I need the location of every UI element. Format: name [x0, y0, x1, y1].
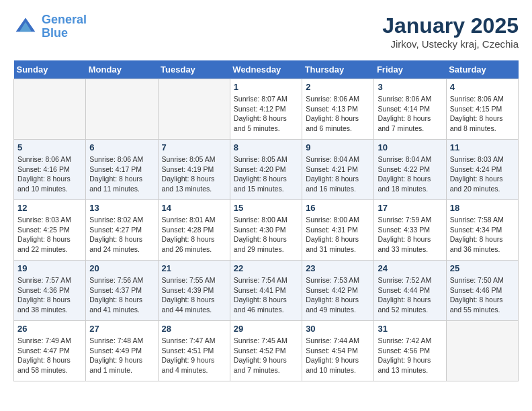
day-info: Sunrise: 7:42 AM Sunset: 4:56 PM Dayligh… — [378, 336, 442, 375]
calendar-cell: 18Sunrise: 7:58 AM Sunset: 4:34 PM Dayli… — [446, 200, 518, 261]
calendar-cell: 30Sunrise: 7:44 AM Sunset: 4:54 PM Dayli… — [302, 321, 374, 381]
day-number: 4 — [450, 82, 515, 92]
day-info: Sunrise: 8:03 AM Sunset: 4:24 PM Dayligh… — [450, 154, 515, 194]
day-number: 6 — [89, 142, 154, 152]
day-info: Sunrise: 7:56 AM Sunset: 4:37 PM Dayligh… — [89, 275, 154, 315]
day-number: 31 — [378, 324, 442, 334]
calendar-cell: 2Sunrise: 8:06 AM Sunset: 4:13 PM Daylig… — [302, 79, 374, 140]
week-row-1: 1Sunrise: 8:07 AM Sunset: 4:12 PM Daylig… — [14, 79, 519, 140]
logo-text: General Blue — [42, 13, 87, 40]
day-number: 3 — [378, 82, 442, 92]
day-number: 19 — [17, 263, 82, 273]
weekday-thursday: Thursday — [302, 60, 374, 79]
day-number: 8 — [234, 142, 298, 152]
day-info: Sunrise: 7:48 AM Sunset: 4:49 PM Dayligh… — [89, 336, 154, 375]
day-number: 13 — [89, 203, 154, 213]
day-info: Sunrise: 7:49 AM Sunset: 4:47 PM Dayligh… — [17, 336, 82, 375]
day-info: Sunrise: 8:00 AM Sunset: 4:31 PM Dayligh… — [306, 215, 370, 255]
day-number: 5 — [17, 142, 82, 152]
calendar-cell: 12Sunrise: 8:03 AM Sunset: 4:25 PM Dayli… — [14, 200, 86, 261]
day-number: 17 — [378, 203, 442, 213]
calendar-cell: 3Sunrise: 8:06 AM Sunset: 4:14 PM Daylig… — [374, 79, 446, 140]
weekday-wednesday: Wednesday — [230, 60, 302, 79]
page-header: General Blue January 2025 Jirkov, Usteck… — [13, 13, 519, 50]
day-info: Sunrise: 8:06 AM Sunset: 4:13 PM Dayligh… — [306, 94, 370, 134]
calendar-cell: 8Sunrise: 8:05 AM Sunset: 4:20 PM Daylig… — [230, 140, 302, 200]
weekday-sunday: Sunday — [14, 60, 86, 79]
calendar-cell: 5Sunrise: 8:06 AM Sunset: 4:16 PM Daylig… — [14, 140, 86, 200]
title-block: January 2025 Jirkov, Ustecky kraj, Czech… — [382, 13, 519, 50]
day-number: 27 — [89, 324, 154, 334]
calendar-cell — [158, 79, 230, 140]
week-row-4: 19Sunrise: 7:57 AM Sunset: 4:36 PM Dayli… — [14, 261, 519, 321]
weekday-monday: Monday — [86, 60, 158, 79]
week-row-5: 26Sunrise: 7:49 AM Sunset: 4:47 PM Dayli… — [14, 321, 519, 381]
day-info: Sunrise: 7:59 AM Sunset: 4:33 PM Dayligh… — [378, 215, 442, 255]
day-info: Sunrise: 8:06 AM Sunset: 4:16 PM Dayligh… — [17, 154, 82, 194]
day-info: Sunrise: 7:58 AM Sunset: 4:34 PM Dayligh… — [450, 215, 515, 255]
logo-icon — [13, 15, 38, 39]
calendar-cell: 11Sunrise: 8:03 AM Sunset: 4:24 PM Dayli… — [446, 140, 518, 200]
calendar-cell: 9Sunrise: 8:04 AM Sunset: 4:21 PM Daylig… — [302, 140, 374, 200]
day-info: Sunrise: 7:47 AM Sunset: 4:51 PM Dayligh… — [162, 336, 226, 375]
day-info: Sunrise: 8:04 AM Sunset: 4:22 PM Dayligh… — [378, 154, 442, 194]
calendar-cell: 22Sunrise: 7:54 AM Sunset: 4:41 PM Dayli… — [230, 261, 302, 321]
day-number: 23 — [306, 263, 370, 273]
calendar-cell: 6Sunrise: 8:06 AM Sunset: 4:17 PM Daylig… — [86, 140, 158, 200]
day-info: Sunrise: 8:06 AM Sunset: 4:14 PM Dayligh… — [378, 94, 442, 134]
day-number: 2 — [306, 82, 370, 92]
calendar-cell — [446, 321, 518, 381]
month-title: January 2025 — [382, 13, 519, 38]
calendar-cell: 24Sunrise: 7:52 AM Sunset: 4:44 PM Dayli… — [374, 261, 446, 321]
logo-line1: General — [42, 13, 87, 26]
calendar-cell: 28Sunrise: 7:47 AM Sunset: 4:51 PM Dayli… — [158, 321, 230, 381]
weekday-tuesday: Tuesday — [158, 60, 230, 79]
day-number: 15 — [234, 203, 298, 213]
day-number: 28 — [162, 324, 226, 334]
day-number: 14 — [162, 203, 226, 213]
day-info: Sunrise: 8:05 AM Sunset: 4:19 PM Dayligh… — [162, 154, 226, 194]
weekday-header-row: SundayMondayTuesdayWednesdayThursdayFrid… — [14, 60, 519, 79]
calendar-cell: 16Sunrise: 8:00 AM Sunset: 4:31 PM Dayli… — [302, 200, 374, 261]
day-number: 11 — [450, 142, 515, 152]
calendar-cell: 20Sunrise: 7:56 AM Sunset: 4:37 PM Dayli… — [86, 261, 158, 321]
calendar-cell: 17Sunrise: 7:59 AM Sunset: 4:33 PM Dayli… — [374, 200, 446, 261]
day-number: 16 — [306, 203, 370, 213]
day-info: Sunrise: 8:00 AM Sunset: 4:30 PM Dayligh… — [234, 215, 298, 255]
day-info: Sunrise: 7:44 AM Sunset: 4:54 PM Dayligh… — [306, 336, 370, 375]
calendar-header: SundayMondayTuesdayWednesdayThursdayFrid… — [14, 60, 519, 79]
calendar-cell: 27Sunrise: 7:48 AM Sunset: 4:49 PM Dayli… — [86, 321, 158, 381]
day-number: 30 — [306, 324, 370, 334]
day-number: 26 — [17, 324, 82, 334]
day-info: Sunrise: 7:54 AM Sunset: 4:41 PM Dayligh… — [234, 275, 298, 315]
day-info: Sunrise: 8:01 AM Sunset: 4:28 PM Dayligh… — [162, 215, 226, 255]
calendar-cell: 21Sunrise: 7:55 AM Sunset: 4:39 PM Dayli… — [158, 261, 230, 321]
day-info: Sunrise: 8:05 AM Sunset: 4:20 PM Dayligh… — [234, 154, 298, 194]
calendar-cell: 19Sunrise: 7:57 AM Sunset: 4:36 PM Dayli… — [14, 261, 86, 321]
day-info: Sunrise: 7:52 AM Sunset: 4:44 PM Dayligh… — [378, 275, 442, 315]
day-number: 7 — [162, 142, 226, 152]
day-number: 21 — [162, 263, 226, 273]
calendar-cell: 29Sunrise: 7:45 AM Sunset: 4:52 PM Dayli… — [230, 321, 302, 381]
calendar-cell: 14Sunrise: 8:01 AM Sunset: 4:28 PM Dayli… — [158, 200, 230, 261]
day-info: Sunrise: 7:45 AM Sunset: 4:52 PM Dayligh… — [234, 336, 298, 375]
calendar-table: SundayMondayTuesdayWednesdayThursdayFrid… — [13, 60, 519, 381]
day-info: Sunrise: 8:03 AM Sunset: 4:25 PM Dayligh… — [17, 215, 82, 255]
week-row-2: 5Sunrise: 8:06 AM Sunset: 4:16 PM Daylig… — [14, 140, 519, 200]
day-info: Sunrise: 8:06 AM Sunset: 4:17 PM Dayligh… — [89, 154, 154, 194]
calendar-cell: 4Sunrise: 8:06 AM Sunset: 4:15 PM Daylig… — [446, 79, 518, 140]
day-number: 9 — [306, 142, 370, 152]
day-info: Sunrise: 8:07 AM Sunset: 4:12 PM Dayligh… — [234, 94, 298, 134]
calendar-cell: 23Sunrise: 7:53 AM Sunset: 4:42 PM Dayli… — [302, 261, 374, 321]
day-info: Sunrise: 8:02 AM Sunset: 4:27 PM Dayligh… — [89, 215, 154, 255]
day-number: 18 — [450, 203, 515, 213]
calendar-cell: 26Sunrise: 7:49 AM Sunset: 4:47 PM Dayli… — [14, 321, 86, 381]
calendar-cell: 10Sunrise: 8:04 AM Sunset: 4:22 PM Dayli… — [374, 140, 446, 200]
day-info: Sunrise: 7:55 AM Sunset: 4:39 PM Dayligh… — [162, 275, 226, 315]
calendar-cell: 13Sunrise: 8:02 AM Sunset: 4:27 PM Dayli… — [86, 200, 158, 261]
day-number: 22 — [234, 263, 298, 273]
logo: General Blue — [13, 13, 87, 40]
day-number: 12 — [17, 203, 82, 213]
day-info: Sunrise: 7:53 AM Sunset: 4:42 PM Dayligh… — [306, 275, 370, 315]
calendar-cell: 31Sunrise: 7:42 AM Sunset: 4:56 PM Dayli… — [374, 321, 446, 381]
